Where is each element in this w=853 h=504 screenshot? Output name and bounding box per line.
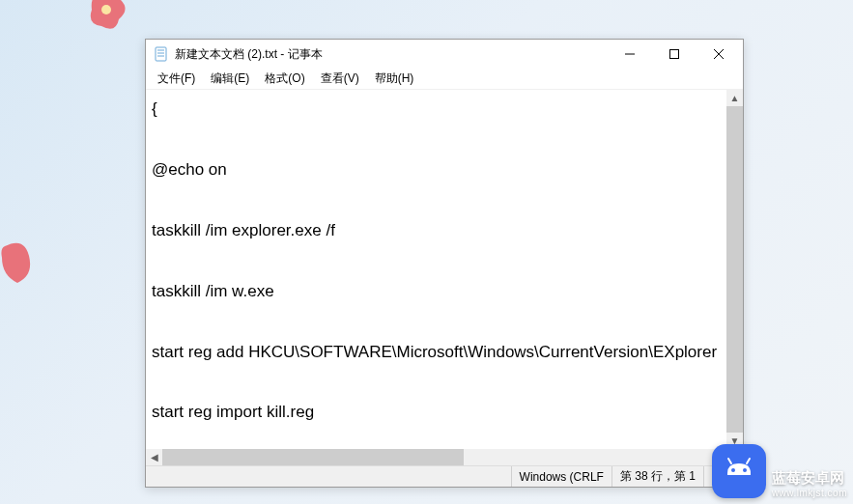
- status-spacer: [150, 466, 511, 487]
- vertical-scrollbar[interactable]: ▲ ▼: [726, 90, 743, 449]
- decoration-petal: [0, 237, 34, 294]
- scroll-down-arrow-icon[interactable]: ▼: [726, 433, 743, 449]
- horizontal-scroll-track[interactable]: [162, 449, 710, 465]
- window-title: 新建文本文档 (2).txt - 记事本: [175, 46, 608, 63]
- window-controls: [608, 40, 741, 69]
- maximize-icon: [669, 49, 679, 59]
- watermark-text: 蓝莓安卓网 www.lmkjst.com: [772, 469, 847, 498]
- vertical-scroll-track[interactable]: [726, 106, 743, 433]
- decoration-petal: [82, 0, 135, 43]
- svg-line-13: [747, 459, 750, 463]
- scroll-up-arrow-icon[interactable]: ▲: [726, 90, 743, 106]
- menu-file[interactable]: 文件(F): [150, 69, 203, 89]
- horizontal-scrollbar[interactable]: ◀ ▶: [146, 449, 726, 465]
- minimize-button[interactable]: [608, 40, 652, 69]
- menubar: 文件(F) 编辑(E) 格式(O) 查看(V) 帮助(H): [146, 69, 743, 90]
- maximize-button[interactable]: [652, 40, 697, 69]
- status-cursor-position: 第 38 行，第 1: [611, 466, 703, 487]
- status-zoom: 100: [703, 466, 739, 487]
- watermark-url: www.lmkjst.com: [772, 488, 847, 498]
- status-encoding: Windows (CRLF: [511, 466, 611, 487]
- minimize-icon: [625, 49, 635, 59]
- menu-edit[interactable]: 编辑(E): [203, 69, 257, 89]
- close-icon: [714, 49, 724, 59]
- text-editor[interactable]: { @echo on taskkill /im explorer.exe /f …: [146, 90, 726, 449]
- menu-view[interactable]: 查看(V): [313, 69, 367, 89]
- svg-rect-2: [156, 47, 166, 61]
- svg-rect-7: [670, 50, 679, 59]
- menu-format[interactable]: 格式(O): [257, 69, 312, 89]
- titlebar: 新建文本文档 (2).txt - 记事本: [146, 40, 743, 69]
- statusbar: Windows (CRLF 第 38 行，第 1 100: [146, 465, 743, 487]
- horizontal-scroll-thumb[interactable]: [162, 449, 464, 465]
- scroll-left-arrow-icon[interactable]: ◀: [146, 449, 162, 465]
- menu-help[interactable]: 帮助(H): [367, 69, 422, 89]
- scroll-right-arrow-icon[interactable]: ▶: [710, 449, 726, 465]
- close-button[interactable]: [697, 40, 741, 69]
- notepad-window: 新建文本文档 (2).txt - 记事本 文件(F) 编辑(E) 格式(O) 查…: [145, 39, 744, 488]
- scroll-corner: [726, 449, 743, 465]
- svg-point-0: [101, 5, 111, 14]
- vertical-scroll-thumb[interactable]: [726, 106, 743, 433]
- watermark-name: 蓝莓安卓网: [772, 469, 847, 488]
- notepad-app-icon: [154, 46, 169, 62]
